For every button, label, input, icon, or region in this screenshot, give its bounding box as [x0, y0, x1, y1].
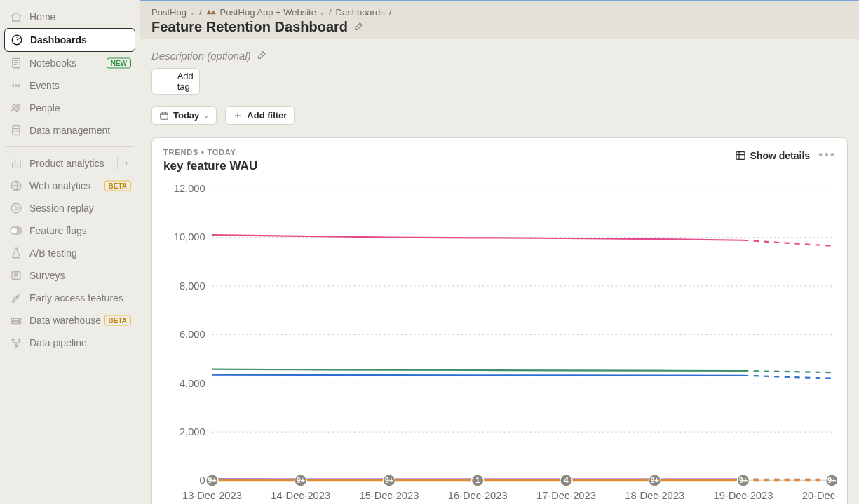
sidebar-divider — [6, 146, 134, 147]
breadcrumb-label: PostHog App + Website — [220, 7, 316, 18]
date-range-label: Today — [173, 110, 199, 121]
card-kicker: TRENDS • TODAY — [163, 148, 257, 156]
svg-point-13 — [15, 345, 18, 347]
sidebar-item-data-warehouse[interactable]: Data warehouseBETA — [4, 309, 135, 332]
breadcrumb-org[interactable]: PostHog ⌄ — [151, 7, 195, 18]
series-series-3-projected — [743, 376, 832, 379]
svg-rect-15 — [736, 151, 745, 159]
svg-text:20-Dec-2023: 20-Dec-2023 — [802, 490, 839, 501]
svg-text:12,000: 12,000 — [174, 183, 205, 194]
chart: 02,0004,0006,0008,00010,00012,00013-Dec-… — [161, 180, 839, 504]
edit-title-button[interactable] — [353, 20, 365, 34]
annotation-marker-label: 9+ — [739, 476, 748, 484]
add-filter-button[interactable]: Add filter — [225, 106, 295, 125]
sidebar-item-dashboards[interactable]: Dashboards — [4, 28, 135, 52]
pipe-icon — [10, 336, 22, 349]
survey-icon — [10, 269, 22, 282]
sidebar-item-label: Web analytics — [29, 180, 90, 191]
svg-point-11 — [12, 339, 14, 341]
sidebar-item-label: Surveys — [29, 270, 65, 281]
sidebar-item-session-replay[interactable]: Session replay — [4, 197, 135, 219]
svg-point-12 — [18, 339, 20, 341]
svg-rect-7 — [12, 272, 20, 280]
svg-text:4,000: 4,000 — [180, 378, 205, 389]
sidebar-item-early-access-features[interactable]: Early access features — [4, 287, 135, 309]
svg-text:6,000: 6,000 — [180, 329, 205, 340]
svg-text:18-Dec-2023: 18-Dec-2023 — [625, 490, 684, 501]
sidebar-item-label: Product analytics — [29, 158, 104, 169]
annotation-marker-label: 9+ — [385, 476, 394, 484]
wh-icon — [10, 314, 22, 327]
sidebar-item-surveys[interactable]: Surveys — [4, 264, 135, 287]
chevron-down-icon: ⌄ — [189, 8, 195, 16]
more-options-button[interactable]: ••• — [818, 148, 836, 163]
card-title: key feature WAU — [163, 159, 257, 173]
show-details-button[interactable]: Show details — [735, 150, 811, 161]
series-series-3 — [212, 375, 743, 376]
sidebar-item-feature-flags[interactable]: Feature flags — [4, 219, 135, 242]
globe-icon — [10, 179, 22, 192]
svg-point-8 — [16, 296, 18, 297]
page-title: Feature Retention Dashboard — [151, 19, 348, 35]
breadcrumb-sep: / — [199, 7, 202, 18]
home-icon — [10, 11, 22, 23]
svg-point-3 — [13, 105, 16, 109]
note-icon — [10, 57, 22, 69]
db-icon — [10, 124, 22, 137]
sidebar-item-events[interactable]: Events — [4, 74, 135, 97]
annotation-marker-label: 9+ — [208, 476, 217, 484]
sidebar-item-label: Notebooks — [29, 57, 76, 69]
people-icon — [10, 102, 22, 114]
hedgehog-icon — [206, 7, 217, 18]
sidebar-item-label: Data management — [29, 125, 110, 136]
svg-text:19-Dec-2023: 19-Dec-2023 — [714, 490, 773, 501]
sidebar-item-label: Home — [29, 11, 55, 22]
sidebar-item-people[interactable]: People — [4, 97, 135, 119]
description-placeholder[interactable]: Description (optional) — [151, 50, 251, 62]
sidebar-item-home[interactable]: Home — [4, 6, 135, 28]
topbar: PostHog ⌄ / PostHog App + Website ⌄ / Da… — [140, 0, 859, 39]
svg-text:15-Dec-2023: 15-Dec-2023 — [360, 490, 419, 501]
dash-icon — [11, 34, 23, 46]
date-range-button[interactable]: Today ⌄ — [151, 106, 217, 125]
replay-icon — [10, 202, 22, 214]
annotation-marker-label: 4 — [564, 476, 569, 484]
sidebar-item-label: Events — [29, 80, 60, 91]
sidebar-item-web-analytics[interactable]: Web analyticsBETA — [4, 175, 135, 197]
sidebar-item-label: Data warehouse — [29, 315, 101, 326]
sidebar-item-label: Early access features — [29, 292, 123, 304]
sidebar-item-label: Session replay — [29, 203, 94, 214]
annotation-marker-label: 9+ — [827, 476, 837, 484]
sidebar-item-a-b-testing[interactable]: A/B testing — [4, 242, 135, 264]
add-filter-label: Add filter — [247, 110, 287, 121]
svg-text:13-Dec-2023: 13-Dec-2023 — [182, 490, 242, 501]
breadcrumb-section[interactable]: Dashboards — [336, 7, 385, 18]
add-insight-icon[interactable] — [117, 157, 130, 170]
breadcrumb-sep: / — [389, 7, 392, 18]
chevron-down-icon: ⌄ — [203, 111, 209, 119]
breadcrumb-project[interactable]: PostHog App + Website ⌄ — [206, 7, 325, 18]
show-details-label: Show details — [750, 150, 811, 161]
series-series-2-projected — [743, 371, 832, 372]
svg-point-4 — [17, 105, 20, 109]
sidebar-item-data-pipeline[interactable]: Data pipeline — [4, 332, 135, 354]
bars-icon — [10, 157, 22, 170]
svg-rect-10 — [11, 322, 21, 324]
add-tag-label: Add tag — [177, 71, 194, 92]
events-icon — [10, 79, 22, 92]
sidebar-item-notebooks[interactable]: NotebooksNEW — [4, 52, 135, 74]
main: PostHog ⌄ / PostHog App + Website ⌄ / Da… — [140, 0, 859, 504]
add-tag-button[interactable]: Add tag — [151, 68, 200, 95]
breadcrumb-label: PostHog — [151, 7, 187, 18]
breadcrumb-sep: / — [329, 7, 332, 18]
badge-new: NEW — [107, 58, 131, 69]
svg-text:10,000: 10,000 — [174, 231, 205, 243]
toggle-icon — [10, 224, 22, 237]
edit-description-button[interactable] — [257, 49, 268, 62]
sidebar-item-label: Feature flags — [29, 225, 87, 236]
sidebar-item-product-analytics[interactable]: Product analytics — [4, 152, 135, 175]
badge-beta: BETA — [104, 315, 131, 326]
sidebar-item-label: People — [29, 102, 60, 114]
svg-point-6 — [11, 203, 21, 213]
sidebar-item-data-management[interactable]: Data management — [4, 119, 135, 142]
